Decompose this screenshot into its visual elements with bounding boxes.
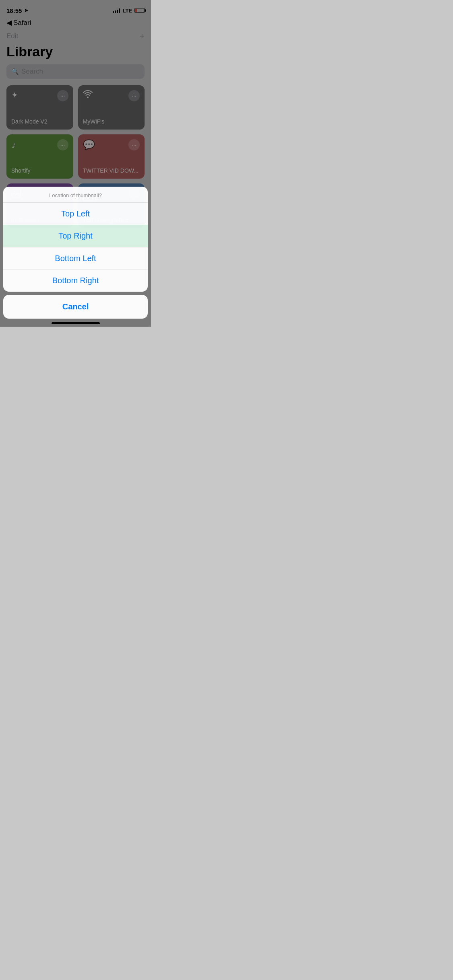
action-cancel-sheet: Cancel <box>3 295 148 319</box>
home-indicator <box>52 322 100 324</box>
action-bottom-right[interactable]: Bottom Right <box>3 270 148 292</box>
action-bottom-left[interactable]: Bottom Left <box>3 247 148 270</box>
action-top-right[interactable]: Top Right <box>3 225 148 247</box>
action-top-left[interactable]: Top Left <box>3 203 148 225</box>
cancel-button[interactable]: Cancel <box>3 295 148 319</box>
action-sheet-main: Location of thumbnail? Top Left Top Righ… <box>3 187 148 292</box>
action-sheet-container: Location of thumbnail? Top Left Top Righ… <box>0 183 151 327</box>
action-sheet-title: Location of thumbnail? <box>3 187 148 202</box>
